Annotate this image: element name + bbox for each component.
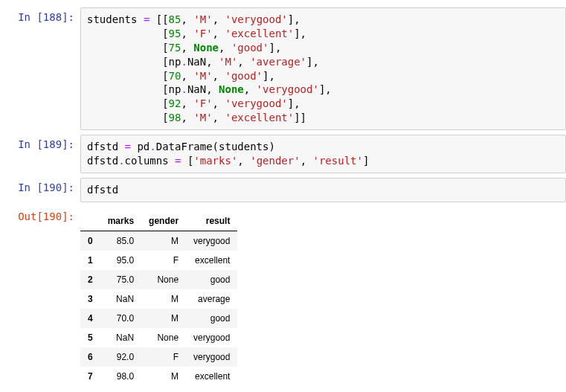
cell-value: excellent: [186, 367, 237, 386]
cell-value: None: [141, 328, 186, 347]
row-index: 3: [80, 289, 100, 309]
table-row: 470.0Mgood: [80, 309, 237, 328]
table-row: 085.0Mverygood: [80, 231, 237, 251]
row-index: 0: [80, 231, 100, 251]
table-row: 798.0Mexcellent: [80, 367, 237, 386]
cell-value: 85.0: [100, 231, 141, 251]
cell-content: dfstd = pd.DataFrame(students) dfstd.col…: [80, 135, 566, 173]
cell-value: good: [186, 309, 237, 328]
cell-value: 98.0: [100, 367, 141, 386]
cell-output: marks gender result 085.0Mverygood195.0F…: [80, 207, 566, 386]
row-index: 4: [80, 309, 100, 328]
code-block-189[interactable]: dfstd = pd.DataFrame(students) dfstd.col…: [80, 135, 566, 173]
cell-value: verygood: [186, 347, 237, 367]
row-index: 6: [80, 347, 100, 367]
cell-out-190: Out[190]: marks gender result 085.0Mvery…: [0, 207, 566, 386]
index-header: [80, 211, 100, 231]
cell-value: good: [186, 270, 237, 289]
row-index: 1: [80, 251, 100, 270]
row-index: 7: [80, 367, 100, 386]
dataframe-output: marks gender result 085.0Mverygood195.0F…: [80, 211, 237, 386]
cell-value: F: [141, 347, 186, 367]
table-header-row: marks gender result: [80, 211, 237, 231]
cell-value: 92.0: [100, 347, 141, 367]
cell-content: dfstd: [80, 178, 566, 202]
cell-value: 70.0: [100, 309, 141, 328]
table-row: 275.0Nonegood: [80, 270, 237, 289]
col-header: result: [186, 211, 237, 231]
prompt-in-189: In [189]:: [0, 135, 80, 173]
table-row: 195.0Fexcellent: [80, 251, 237, 270]
cell-value: average: [186, 289, 237, 309]
col-header: gender: [141, 211, 186, 231]
code-block-188[interactable]: students = [[85, 'M', 'verygood'], [95, …: [80, 7, 566, 130]
table-row: 3NaNMaverage: [80, 289, 237, 309]
cell-value: NaN: [100, 289, 141, 309]
row-index: 2: [80, 270, 100, 289]
prompt-out-190: Out[190]:: [0, 207, 80, 386]
cell-value: 75.0: [100, 270, 141, 289]
cell-in-189: In [189]: dfstd = pd.DataFrame(students)…: [0, 135, 566, 173]
col-header: marks: [100, 211, 141, 231]
prompt-in-188: In [188]:: [0, 7, 80, 130]
code-block-190[interactable]: dfstd: [80, 178, 566, 202]
cell-value: verygood: [186, 231, 237, 251]
cell-in-190: In [190]: dfstd: [0, 178, 566, 202]
cell-value: M: [141, 367, 186, 386]
cell-value: M: [141, 309, 186, 328]
cell-in-188: In [188]: students = [[85, 'M', 'verygoo…: [0, 7, 566, 130]
prompt-in-190: In [190]:: [0, 178, 80, 202]
cell-value: 95.0: [100, 251, 141, 270]
table-row: 692.0Fverygood: [80, 347, 237, 367]
table-row: 5NaNNoneverygood: [80, 328, 237, 347]
cell-value: F: [141, 251, 186, 270]
cell-value: verygood: [186, 328, 237, 347]
row-index: 5: [80, 328, 100, 347]
cell-value: M: [141, 231, 186, 251]
cell-value: M: [141, 289, 186, 309]
cell-value: NaN: [100, 328, 141, 347]
cell-value: None: [141, 270, 186, 289]
cell-content: students = [[85, 'M', 'verygood'], [95, …: [80, 7, 566, 130]
cell-value: excellent: [186, 251, 237, 270]
